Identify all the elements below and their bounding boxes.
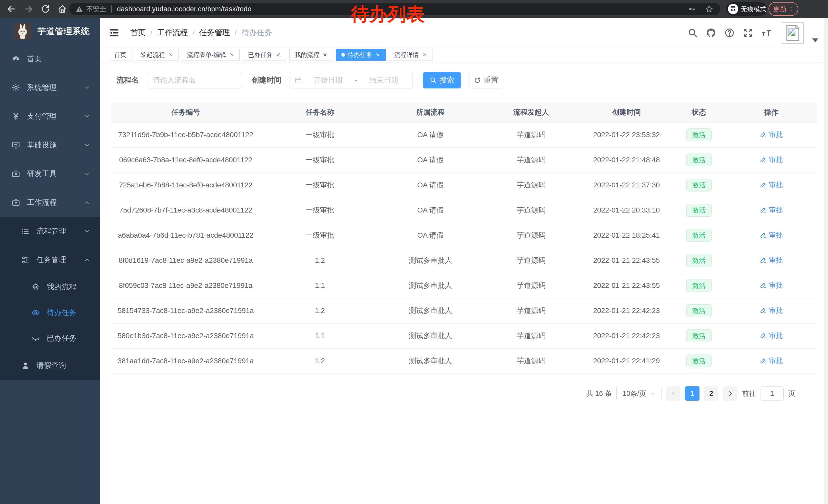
process-name-label: 流程名 (117, 75, 139, 85)
status-badge: 激活 (687, 304, 711, 317)
sidebar-item[interactable]: 待办任务 (0, 300, 100, 326)
prev-page-button[interactable] (666, 386, 680, 401)
address-bar[interactable]: 不安全 dashboard.yudao.iocoder.cn/bpm/task/… (69, 3, 720, 15)
status-badge: 激活 (687, 153, 711, 166)
task-name-cell: 一级审批 (261, 147, 379, 173)
approve-link[interactable]: 审批 (760, 256, 783, 265)
approve-link[interactable]: 审批 (760, 281, 783, 290)
fullscreen-icon[interactable] (743, 28, 753, 38)
star-icon[interactable] (705, 5, 714, 13)
page-tab[interactable]: 流程表单-编辑 (181, 49, 240, 61)
page-tab[interactable]: 待办任务 (336, 49, 386, 61)
table-column-header: 任务编号 (111, 102, 261, 122)
sidebar-item[interactable]: 流程管理 (0, 217, 100, 245)
close-icon[interactable] (322, 52, 328, 57)
search-button[interactable]: 搜索 (423, 72, 461, 88)
close-icon[interactable] (229, 52, 234, 57)
status-badge: 激活 (687, 254, 711, 267)
approve-link[interactable]: 审批 (760, 130, 783, 139)
action-cell: 审批 (726, 248, 817, 273)
breadcrumb-item[interactable]: / 待办任务 (230, 28, 272, 38)
avatar[interactable] (782, 22, 804, 44)
process-cell: OA 请假 (379, 122, 482, 147)
page-tab[interactable]: 发起流程 (135, 49, 178, 61)
sidebar-item[interactable]: 研发工具 (0, 159, 100, 188)
sidebar-item[interactable]: 已办任务 (0, 326, 100, 351)
reset-button[interactable]: 重置 (469, 72, 503, 88)
approve-link[interactable]: 审批 (760, 331, 783, 340)
status-badge: 激活 (687, 229, 711, 242)
approve-link[interactable]: 审批 (760, 230, 783, 240)
table-column-header: 操作 (726, 102, 817, 122)
github-icon[interactable] (706, 28, 716, 38)
tags-view-bar: 首页 发起流程 流程表单-编辑 已办任务 我的流程 待办任务 流程详情 (100, 47, 828, 62)
sidebar-item[interactable]: 请假查询 (0, 351, 100, 380)
breadcrumb-item[interactable]: / 任务管理 (188, 28, 230, 38)
edit-pen-icon (760, 207, 767, 213)
monitor-icon (11, 141, 20, 149)
task-id-cell: 580e1b3d-7ac8-11ec-a9e2-a2380e71991a (111, 323, 261, 349)
task-id-cell: a6aba0a4-7b6d-11ec-b781-acde48001122 (111, 223, 261, 248)
sidebar-item-label: 流程管理 (36, 226, 66, 236)
page-tab[interactable]: 已办任务 (243, 49, 286, 61)
scrollbar[interactable] (824, 18, 828, 504)
chrome-update-button[interactable]: 更新 (769, 2, 798, 16)
sidebar-item[interactable]: 工作流程 (0, 188, 100, 217)
reload-icon[interactable] (41, 4, 50, 14)
close-icon[interactable] (168, 52, 173, 57)
help-icon[interactable] (724, 28, 735, 38)
starter-cell: 芋道源码 (482, 122, 581, 147)
approve-link[interactable]: 审批 (760, 306, 783, 315)
page-tab[interactable]: 我的流程 (289, 49, 333, 61)
table-column-header: 任务名称 (261, 102, 379, 122)
process-name-input[interactable] (147, 72, 242, 88)
task-name-cell: 1.1 (261, 273, 379, 298)
date-range-picker[interactable]: 开始日期 - 结束日期 (290, 72, 413, 88)
approve-link[interactable]: 审批 (760, 155, 783, 164)
sidebar-item[interactable]: 系统管理 (0, 73, 100, 102)
sidebar-item[interactable]: 基础设施 (0, 131, 100, 159)
next-page-button[interactable] (723, 386, 738, 401)
font-size-icon[interactable] (761, 28, 772, 38)
menu-dots-icon[interactable] (788, 5, 794, 12)
starter-cell: 芋道源码 (482, 248, 581, 273)
forward-icon[interactable] (24, 4, 33, 14)
sidebar-item[interactable]: 首页 (0, 45, 100, 73)
hamburger-icon[interactable] (109, 28, 120, 38)
approve-link[interactable]: 审批 (760, 356, 783, 365)
breadcrumb-label: 首页 (130, 28, 146, 38)
close-icon[interactable] (422, 52, 427, 57)
breadcrumb-item[interactable]: / 首页 (130, 28, 146, 38)
back-icon[interactable] (7, 4, 16, 14)
page-number-button[interactable]: 1 (685, 386, 700, 401)
sidebar-item[interactable]: 我的流程 (0, 274, 100, 300)
page-tab[interactable]: 流程详情 (389, 49, 432, 61)
search-icon[interactable] (688, 28, 698, 38)
approve-link[interactable]: 审批 (760, 205, 783, 215)
start-date-field[interactable]: 开始日期 (304, 75, 352, 85)
home-icon[interactable] (57, 4, 67, 14)
page-tab[interactable]: 首页 (109, 49, 132, 61)
app-logo-row[interactable]: 芋道管理系统 (0, 18, 100, 45)
sidebar-item-label: 支付管理 (27, 111, 57, 122)
key-icon[interactable] (688, 5, 696, 13)
approve-link[interactable]: 审批 (760, 180, 783, 189)
status-badge: 激活 (687, 355, 711, 367)
goto-page-input[interactable] (760, 386, 784, 401)
close-icon[interactable] (375, 52, 380, 57)
created-cell: 2022-01-21 22:42:23 (580, 298, 672, 323)
refresh-icon (474, 77, 481, 84)
edit-pen-icon (760, 131, 767, 138)
security-label: 不安全 (86, 5, 106, 13)
sidebar-item[interactable]: 任务管理 (0, 245, 100, 274)
status-badge: 激活 (687, 279, 711, 292)
end-date-field[interactable]: 结束日期 (360, 75, 408, 85)
task-id-cell: 069c6a63-7b8a-11ec-8ef0-acde48001122 (111, 147, 261, 173)
breadcrumb: / 首页 / 工作流程 / 任务管理 / 待办任务 (130, 18, 272, 47)
sidebar-item[interactable]: 支付管理 (0, 102, 100, 131)
avatar-dropdown-caret-icon[interactable] (812, 39, 818, 42)
page-size-select[interactable]: 10条/页 (616, 386, 662, 401)
close-icon[interactable] (276, 52, 281, 57)
breadcrumb-item[interactable]: / 工作流程 (146, 28, 188, 38)
page-number-button[interactable]: 2 (704, 386, 718, 401)
